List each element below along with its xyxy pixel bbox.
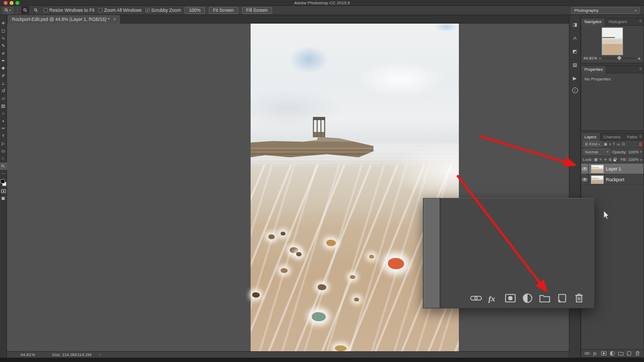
fill-value[interactable]: 100% <box>628 157 639 162</box>
eyedropper-tool-button[interactable]: ✒ <box>0 57 7 65</box>
healing-brush-tool-button[interactable]: ✚ <box>0 65 7 72</box>
lock-position-icon[interactable]: ✛ <box>604 158 607 162</box>
move-tool-button[interactable]: ✛ <box>0 20 7 27</box>
layer-filter-dropdown[interactable]: ⊞ Kind ▾ <box>583 141 602 147</box>
blend-mode-dropdown[interactable]: Normal ▾ <box>583 149 610 155</box>
workspace-switcher[interactable]: Photography ▾ <box>571 7 640 14</box>
lock-artboard-icon[interactable]: ⊞ <box>609 158 612 162</box>
zoom-tool-button[interactable]: ⚲ <box>0 162 7 170</box>
tab-properties[interactable]: Properties <box>581 66 606 73</box>
zoom-out-mountain-icon[interactable]: ▲ <box>598 57 601 60</box>
actions-panel-icon[interactable]: ▶ <box>570 74 579 82</box>
tab-paths[interactable]: Paths <box>624 133 640 141</box>
opacity-value[interactable]: 100% <box>628 150 639 154</box>
visibility-toggle[interactable] <box>581 164 589 174</box>
layer-name[interactable]: Layer 1 <box>606 166 621 172</box>
pen-tool-button[interactable]: ✑ <box>0 125 7 132</box>
filter-adjustment-icon[interactable]: ◑ <box>609 142 611 146</box>
document-tab[interactable]: Rockport-Edit.psd @ 44.8% (Layer 1, RGB/… <box>8 15 121 24</box>
zoom-100-button[interactable]: 100% <box>185 7 205 14</box>
status-menu-chevron[interactable]: › <box>99 352 100 357</box>
history-panel-icon[interactable]: ▤ <box>570 61 579 69</box>
clone-source-panel-icon[interactable]: ◩ <box>570 47 579 55</box>
foreground-color-swatch[interactable] <box>1 179 5 183</box>
tab-close-icon[interactable]: × <box>113 17 116 22</box>
zoom-all-windows-checkbox[interactable]: Zoom All Windows <box>98 8 142 13</box>
panel-menu-icon[interactable]: ≡ <box>639 19 642 24</box>
tab-navigator[interactable]: Navigator <box>581 18 605 26</box>
new-layer-icon[interactable] <box>626 350 632 357</box>
shape-tool-button[interactable]: ▭ <box>0 147 7 155</box>
fill-screen-button[interactable]: Fill Screen <box>242 7 272 14</box>
adjustments-panel-icon[interactable]: ◨ <box>570 20 579 28</box>
layer-style-fx-icon[interactable] <box>487 292 500 305</box>
gradient-tool-button[interactable]: ▨ <box>0 102 7 110</box>
filter-type-text-icon[interactable]: T <box>613 142 615 146</box>
layer-row-layer-1[interactable]: Layer 1 <box>581 164 643 174</box>
eraser-tool-button[interactable]: ▱ <box>0 95 7 102</box>
lock-pixels-icon[interactable]: ✎ <box>599 158 603 162</box>
adjustment-layer-icon[interactable] <box>521 292 534 305</box>
fit-screen-button[interactable]: Fit Screen <box>209 7 238 14</box>
delete-layer-icon[interactable] <box>573 292 586 305</box>
tab-histogram[interactable]: Histogram <box>605 18 630 26</box>
filter-smart-object-icon[interactable]: ⊡ <box>622 142 625 146</box>
filter-pixel-icon[interactable]: ▣ <box>604 142 608 146</box>
dodge-tool-button[interactable]: ◖ <box>0 117 7 125</box>
marquee-tool-button[interactable]: ◻ <box>0 27 7 35</box>
zoom-in-button[interactable]: ⚲ <box>21 6 30 14</box>
tab-layers[interactable]: Layers <box>581 133 601 141</box>
blur-tool-button[interactable]: ○ <box>0 110 7 117</box>
info-panel-icon[interactable]: i <box>572 87 578 93</box>
filter-shape-icon[interactable]: ▭ <box>617 142 620 146</box>
layer-row-rockport[interactable]: Rockport <box>581 174 643 185</box>
slider-thumb[interactable] <box>617 56 621 60</box>
adjustment-layer-icon[interactable] <box>609 350 616 357</box>
zoom-in-mountain-icon[interactable]: ▲ <box>637 56 641 61</box>
clone-stamp-tool-button[interactable]: ⊥ <box>0 80 7 87</box>
navigator-thumbnail[interactable] <box>602 27 623 55</box>
quick-mask-button[interactable] <box>0 187 7 195</box>
type-tool-button[interactable]: T <box>0 132 7 140</box>
hand-tool-button[interactable]: ☞ <box>0 155 7 162</box>
link-layers-icon[interactable] <box>470 292 482 305</box>
zoom-out-button[interactable]: ⚲ <box>33 7 40 13</box>
chevron-down-icon[interactable]: ▾ <box>640 150 642 153</box>
tool-preset-picker[interactable]: ⚲ ▾ <box>3 7 13 14</box>
history-brush-tool-button[interactable]: ↺ <box>0 87 7 95</box>
panel-menu-icon[interactable]: ≡ <box>639 134 642 139</box>
lock-all-icon[interactable] <box>613 159 616 161</box>
new-group-icon[interactable] <box>618 350 624 357</box>
quick-selection-tool-button[interactable]: ✎ <box>0 42 7 50</box>
lock-transparency-icon[interactable]: ▦ <box>594 158 598 162</box>
filter-toggle[interactable] <box>639 142 642 146</box>
visibility-toggle[interactable] <box>581 174 589 185</box>
new-group-icon[interactable] <box>538 292 551 305</box>
add-layer-mask-icon[interactable] <box>601 350 607 357</box>
layer-style-fx-icon[interactable] <box>592 350 599 357</box>
crop-tool-button[interactable]: # <box>0 50 7 57</box>
status-zoom-field[interactable]: 44.81% <box>20 352 35 357</box>
tab-channels[interactable]: Channels <box>601 133 624 141</box>
brush-tool-button[interactable]: ✐ <box>0 72 7 80</box>
delete-layer-icon[interactable] <box>634 350 641 357</box>
navigator-zoom-slider[interactable] <box>603 58 635 58</box>
layer-name[interactable]: Rockport <box>606 177 624 182</box>
chevron-down-icon[interactable]: ▾ <box>640 158 642 161</box>
layer-thumbnail[interactable] <box>591 165 604 173</box>
add-layer-mask-icon[interactable] <box>504 292 517 305</box>
fill-label: Fill: <box>620 157 627 162</box>
new-layer-icon[interactable] <box>555 292 568 305</box>
color-swatches[interactable] <box>0 179 7 187</box>
styles-panel-icon[interactable]: A <box>570 34 579 42</box>
scrubby-zoom-checkbox[interactable]: ✓ Scrubby Zoom <box>145 8 181 13</box>
screen-mode-button[interactable]: ▣ <box>0 195 7 202</box>
layer-thumbnail[interactable] <box>591 175 604 184</box>
panel-menu-icon[interactable]: ≡ <box>639 67 642 71</box>
navigator-zoom-value[interactable]: 44.81% <box>583 56 597 61</box>
resize-windows-to-fit-checkbox[interactable]: Resize Windows to Fit <box>43 8 94 13</box>
link-layers-icon[interactable] <box>584 350 590 357</box>
lasso-tool-button[interactable]: ∿ <box>0 35 7 42</box>
path-selection-tool-button[interactable]: ▷ <box>0 140 7 147</box>
edit-toolbar-button[interactable]: ⋯ <box>0 170 7 178</box>
